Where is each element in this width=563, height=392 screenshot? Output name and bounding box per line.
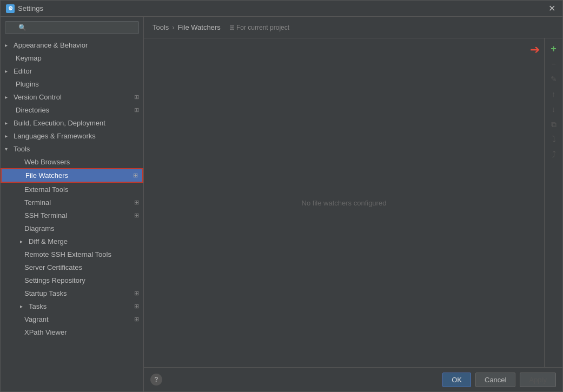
sidebar-item-file-watchers[interactable]: File Watchers ⊞ — [1, 168, 143, 183]
project-icon-term: ⊞ — [134, 199, 139, 206]
sidebar-label-web-browsers: Web Browsers — [24, 158, 70, 166]
arrow-indicator: ➔ — [530, 43, 540, 57]
expand-icon — [5, 68, 11, 74]
apply-button[interactable]: Apply — [520, 373, 556, 387]
sidebar-label-keymap: Keymap — [16, 54, 42, 62]
sidebar-item-settings-repo[interactable]: Settings Repository — [1, 274, 143, 287]
add-icon: + — [551, 43, 557, 55]
move-down-button[interactable]: ↓ — [547, 102, 561, 116]
empty-text: No file watchers configured — [302, 199, 387, 207]
sidebar-label-directories: Directories — [16, 106, 49, 114]
move-up-button[interactable]: ↑ — [547, 87, 561, 101]
project-icon-ssh: ⊞ — [134, 212, 139, 219]
sidebar-item-web-browsers[interactable]: Web Browsers — [1, 155, 143, 168]
sidebar-item-diff-merge[interactable]: Diff & Merge — [1, 235, 143, 248]
sidebar-label-diagrams: Diagrams — [24, 224, 55, 232]
sidebar-label-version-control: Version Control — [14, 93, 62, 101]
export-button[interactable]: ⤴ — [547, 148, 561, 162]
sidebar-item-ssh-terminal[interactable]: SSH Terminal ⊞ — [1, 209, 143, 222]
expand-icon — [5, 120, 11, 126]
sidebar-label-tasks: Tasks — [29, 302, 47, 310]
sidebar-label-appearance: Appearance & Behavior — [14, 41, 88, 49]
down-icon: ↓ — [552, 105, 555, 114]
sidebar-item-keymap[interactable]: Keymap — [1, 51, 143, 64]
sidebar-item-terminal[interactable]: Terminal ⊞ — [1, 196, 143, 209]
sidebar-label-diff-merge: Diff & Merge — [29, 237, 68, 245]
sidebar-item-tools[interactable]: Tools — [1, 142, 143, 155]
remove-watcher-button[interactable]: − — [547, 57, 561, 71]
expand-icon — [5, 42, 11, 48]
sidebar-label-build: Build, Execution, Deployment — [14, 119, 105, 127]
project-icon-fw: ⊞ — [133, 172, 138, 179]
sidebar-item-version-control[interactable]: Version Control ⊞ — [1, 90, 143, 103]
remove-icon: − — [551, 59, 555, 68]
sidebar-item-vagrant[interactable]: Vagrant ⊞ — [1, 313, 143, 325]
up-icon: ↑ — [552, 90, 555, 98]
sidebar-item-plugins[interactable]: Plugins — [1, 77, 143, 90]
sidebar-item-editor[interactable]: Editor — [1, 64, 143, 77]
search-box: 🔍 — [1, 17, 143, 38]
copy-button[interactable]: ⧉ — [547, 117, 561, 131]
sidebar-label-external-tools: External Tools — [24, 185, 68, 194]
sidebar-item-languages[interactable]: Languages & Frameworks — [1, 129, 143, 142]
breadcrumb-current: File Watchers — [178, 23, 221, 31]
edit-icon: ✎ — [551, 75, 557, 83]
sidebar-label-ssh-terminal: SSH Terminal — [24, 211, 67, 220]
sidebar-item-build[interactable]: Build, Execution, Deployment — [1, 116, 143, 129]
sync-icon: ⊞ — [134, 94, 139, 101]
export-icon: ⤴ — [552, 150, 556, 160]
sidebar-label-vagrant: Vagrant — [24, 315, 49, 323]
sidebar-label-editor: Editor — [14, 67, 32, 75]
window-title: Settings — [18, 4, 546, 12]
sidebar-item-external-tools[interactable]: External Tools — [1, 183, 143, 196]
ok-button[interactable]: OK — [442, 373, 471, 387]
sidebar-label-languages: Languages & Frameworks — [14, 132, 96, 140]
red-arrow-icon: ➔ — [530, 43, 540, 57]
footer-left: ? — [150, 374, 162, 386]
empty-state-message: No file watchers configured — [144, 38, 562, 367]
edit-watcher-button[interactable]: ✎ — [547, 72, 561, 86]
sidebar-item-appearance[interactable]: Appearance & Behavior — [1, 38, 143, 51]
sidebar-item-diagrams[interactable]: Diagrams — [1, 222, 143, 235]
expand-icon — [20, 303, 27, 309]
cancel-button[interactable]: Cancel — [475, 373, 515, 387]
sidebar-item-startup-tasks[interactable]: Startup Tasks ⊞ — [1, 287, 143, 300]
search-input[interactable] — [5, 21, 139, 34]
sidebar-item-tasks[interactable]: Tasks ⊞ — [1, 300, 143, 313]
help-icon: ? — [154, 376, 158, 383]
app-icon: ⚙ — [6, 4, 15, 13]
sidebar-item-server-certs[interactable]: Server Certificates — [1, 261, 143, 274]
import-icon: ⤵ — [552, 135, 556, 144]
side-toolbar: + − ✎ ↑ ↓ ⧉ — [544, 38, 562, 367]
breadcrumb: Tools › File Watchers ⊞ For current proj… — [144, 17, 562, 38]
expand-icon — [20, 238, 27, 244]
copy-icon: ⧉ — [551, 120, 557, 129]
main-content: 🔍 Appearance & Behavior Keymap Editor Pl… — [1, 17, 562, 391]
sidebar-item-directories[interactable]: Directories ⊞ — [1, 103, 143, 116]
sidebar-item-xpath[interactable]: XPath Viewer — [1, 325, 143, 338]
sidebar-label-plugins: Plugins — [16, 80, 39, 88]
sidebar-label-file-watchers: File Watchers — [25, 171, 68, 180]
project-icon-tasks: ⊞ — [134, 303, 139, 310]
project-icon-vagrant: ⊞ — [134, 316, 139, 323]
title-bar: ⚙ Settings ✕ — [1, 1, 562, 17]
main-body: ➔ No file watchers configured + − ✎ — [144, 38, 562, 367]
help-button[interactable]: ? — [150, 374, 162, 386]
import-button[interactable]: ⤵ — [547, 132, 561, 147]
breadcrumb-parent: Tools — [153, 23, 169, 31]
sidebar-label-startup-tasks: Startup Tasks — [24, 289, 67, 297]
footer: ? OK Cancel Apply — [144, 367, 562, 391]
main-panel: Tools › File Watchers ⊞ For current proj… — [144, 17, 562, 391]
sidebar: 🔍 Appearance & Behavior Keymap Editor Pl… — [1, 17, 144, 391]
settings-window: ⚙ Settings ✕ 🔍 Appearance & Behavior Key… — [0, 0, 563, 392]
sidebar-label-server-certs: Server Certificates — [24, 263, 82, 271]
breadcrumb-separator: › — [172, 23, 174, 31]
sidebar-item-remote-ssh[interactable]: Remote SSH External Tools — [1, 248, 143, 261]
sidebar-label-remote-ssh: Remote SSH External Tools — [24, 250, 111, 258]
close-button[interactable]: ✕ — [546, 3, 557, 14]
expand-icon — [5, 146, 11, 152]
add-watcher-button[interactable]: + — [547, 42, 561, 56]
expand-icon — [5, 133, 11, 139]
sidebar-label-tools: Tools — [14, 145, 30, 153]
expand-icon — [5, 94, 11, 100]
